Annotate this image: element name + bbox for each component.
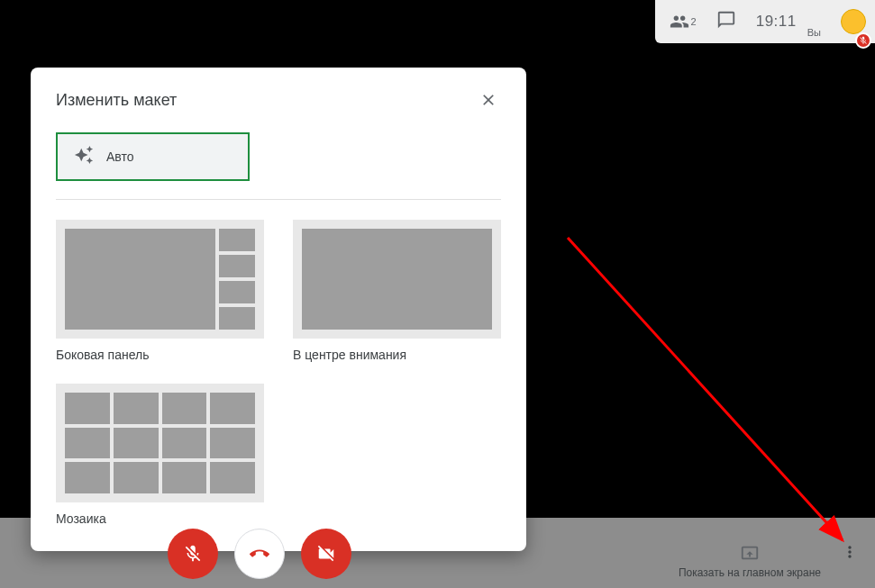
clock: 19:11: [756, 13, 797, 31]
dialog-title: Изменить макет: [56, 91, 177, 110]
call-end-icon: [250, 544, 269, 564]
mic-off-icon: [183, 544, 203, 564]
present-button[interactable]: Показать на главном экране: [679, 543, 821, 579]
participant-count: 2: [691, 16, 697, 27]
layout-option-spotlight[interactable]: В центре внимания: [293, 220, 501, 362]
divider: [56, 199, 501, 200]
videocam-off-icon: [316, 544, 336, 564]
chat-icon: [716, 10, 736, 30]
layout-option-sidebar[interactable]: Боковая панель: [56, 220, 264, 362]
layout-option-tiled[interactable]: Мозаика: [56, 384, 264, 526]
thumbnail-tiled: [56, 384, 264, 502]
people-icon: [670, 12, 689, 32]
hangup-button[interactable]: [234, 529, 285, 579]
change-layout-dialog: Изменить макет Авто Боковая панель: [31, 68, 526, 551]
auto-label: Авто: [106, 149, 134, 164]
mic-off-icon: [859, 36, 868, 45]
more-options-button[interactable]: [837, 539, 862, 568]
close-button[interactable]: [476, 87, 501, 113]
self-muted-badge: [855, 32, 871, 49]
camera-button[interactable]: [301, 529, 351, 579]
layout-name-tiled: Мозаика: [56, 511, 264, 526]
call-controls: [168, 529, 351, 579]
dialog-header: Изменить макет: [56, 87, 501, 113]
layout-option-auto[interactable]: Авто: [56, 132, 250, 181]
present-label: Показать на главном экране: [679, 566, 821, 579]
chat-button[interactable]: [716, 10, 736, 33]
more-vert-icon: [841, 543, 859, 561]
layout-grid: Боковая панель В центре внимания Мозаика: [56, 220, 501, 526]
layout-name-spotlight: В центре внимания: [293, 348, 501, 362]
thumbnail-sidebar: [56, 220, 264, 339]
sparkle-icon: [74, 145, 94, 168]
layout-name-sidebar: Боковая панель: [56, 348, 264, 362]
mute-button[interactable]: [168, 529, 218, 579]
present-icon: [740, 543, 760, 563]
thumbnail-spotlight: [293, 220, 501, 339]
you-label: Вы: [807, 27, 821, 38]
avatar[interactable]: [841, 9, 866, 34]
participants-button[interactable]: 2: [670, 12, 697, 32]
close-icon: [479, 91, 497, 109]
top-toolbar: 2 19:11 Вы: [655, 0, 875, 43]
